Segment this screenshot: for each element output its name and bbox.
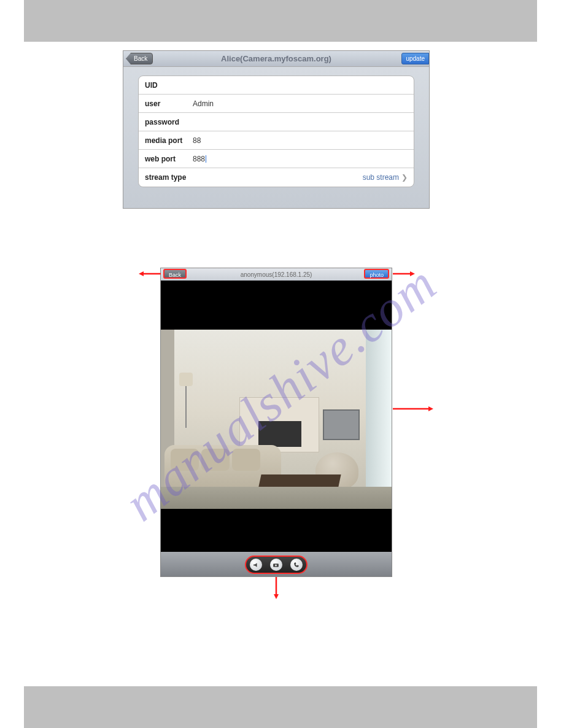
svg-marker-9 <box>274 594 279 599</box>
back-button[interactable]: Back <box>126 53 153 64</box>
svg-marker-3 <box>139 271 144 276</box>
svg-marker-7 <box>428 406 433 411</box>
stream-type-value: sub stream <box>363 173 399 182</box>
camera-footer <box>161 552 392 576</box>
room-lamp <box>177 373 195 428</box>
settings-form: UID user Admin password media port 88 we… <box>138 76 414 187</box>
room-fireplace <box>239 397 319 452</box>
settings-title: Alice(Camera.myfoscam.org) <box>221 54 331 63</box>
camera-controls <box>245 556 308 574</box>
page-header-bar <box>24 0 537 42</box>
arrow-right-icon <box>392 405 433 412</box>
media-port-label: media port <box>145 136 193 145</box>
camera-live-view: Back anonymous(192.168.1.25) photo <box>160 268 392 577</box>
arrow-down-icon <box>273 576 280 599</box>
uid-label: UID <box>145 81 193 90</box>
media-port-value: 88 <box>193 136 201 145</box>
room-window <box>366 330 392 509</box>
web-port-label: web port <box>145 155 193 163</box>
web-port-value: 888 <box>193 155 206 163</box>
camera-photo-button[interactable]: photo <box>364 269 389 279</box>
user-label: user <box>145 99 193 108</box>
user-value: Admin <box>193 99 214 108</box>
update-button[interactable]: update <box>401 53 429 64</box>
camera-settings-panel: Back Alice(Camera.myfoscam.org) update U… <box>123 50 430 209</box>
room-tv <box>323 409 360 440</box>
settings-body: UID user Admin password media port 88 we… <box>123 67 429 193</box>
room-floor <box>161 487 392 509</box>
page-footer-bar <box>24 686 537 728</box>
password-row[interactable]: password <box>139 113 414 131</box>
arrow-right-icon <box>392 270 415 277</box>
uid-row[interactable]: UID <box>139 76 414 95</box>
stream-type-label: stream type <box>145 173 193 182</box>
settings-header: Back Alice(Camera.myfoscam.org) update <box>123 51 429 67</box>
camera-icon[interactable] <box>270 559 282 571</box>
svg-marker-5 <box>410 271 415 276</box>
media-port-row[interactable]: media port 88 <box>139 131 414 150</box>
stream-type-row[interactable]: stream type sub stream ❯ <box>139 168 414 187</box>
chevron-right-icon: ❯ <box>401 173 408 182</box>
password-label: password <box>145 118 193 126</box>
speaker-icon[interactable] <box>250 559 262 571</box>
camera-title: anonymous(192.168.1.25) <box>241 271 312 278</box>
arrow-left-icon <box>139 270 162 277</box>
user-row[interactable]: user Admin <box>139 95 414 113</box>
stream-type-value-wrap: sub stream ❯ <box>363 173 408 182</box>
camera-header: Back anonymous(192.168.1.25) photo <box>161 268 392 281</box>
svg-point-1 <box>275 564 277 566</box>
camera-live-image[interactable] <box>161 330 392 509</box>
phone-icon[interactable] <box>290 559 303 571</box>
web-port-row[interactable]: web port 888 <box>139 150 414 168</box>
camera-back-button[interactable]: Back <box>163 269 187 279</box>
